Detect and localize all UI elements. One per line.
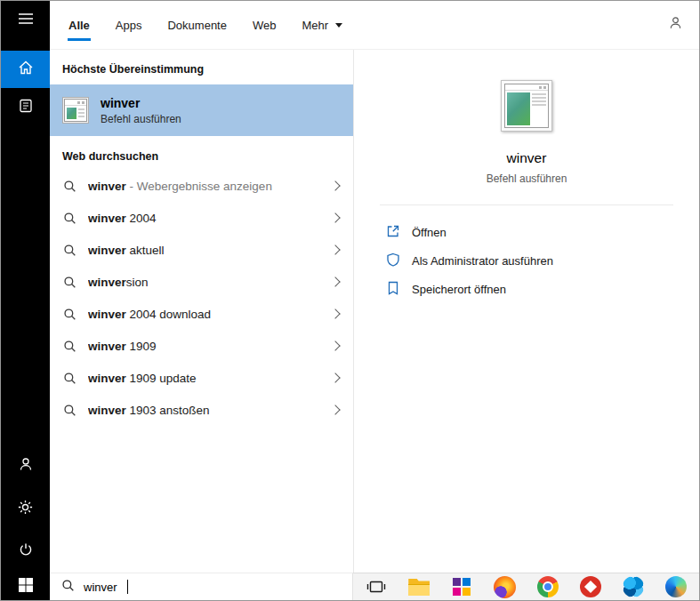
tab-web[interactable]: Web	[252, 2, 278, 49]
tab-mehr[interactable]: Mehr	[301, 2, 343, 49]
preview-title: winver	[507, 150, 547, 166]
search-suggestion[interactable]: winver 1909	[50, 330, 353, 362]
search-icon	[63, 276, 76, 289]
search-input-value: winver	[84, 581, 117, 594]
results-panel: Höchste Übereinstimmung winver Befehl au…	[50, 50, 354, 573]
suggestion-text: winver 1909	[88, 340, 332, 353]
action-label: Speicherort öffnen	[412, 283, 506, 296]
chrome-icon[interactable]	[528, 573, 567, 601]
chevron-right-icon[interactable]	[330, 244, 340, 254]
user-icon	[18, 456, 34, 476]
action-label: Öffnen	[412, 226, 447, 239]
tab-dokumente[interactable]: Dokumente	[166, 2, 227, 49]
search-suggestion[interactable]: winver 2004	[50, 202, 353, 234]
tiles-glyph	[453, 578, 471, 596]
search-suggestion[interactable]: winver aktuell	[50, 234, 353, 266]
chevron-down-icon	[335, 23, 342, 31]
search-suggestion[interactable]: winver 1909 update	[50, 362, 353, 394]
admin-shield-icon	[386, 252, 400, 269]
suggestion-text: winversion	[88, 276, 332, 289]
search-icon	[63, 244, 76, 257]
search-icon	[63, 340, 76, 353]
search-icon	[63, 180, 76, 193]
suggestion-text: winver 2004 download	[88, 308, 332, 321]
preview-subtitle: Befehl ausführen	[487, 172, 567, 185]
account-button[interactable]	[1, 445, 50, 487]
chevron-right-icon[interactable]	[330, 341, 340, 350]
preview-panel: winver Befehl ausführen Öffnen Als	[354, 50, 699, 573]
tab-label: Apps	[116, 19, 142, 32]
taskbar	[353, 573, 699, 600]
bottom-strip: winver	[50, 573, 699, 600]
search-window: Alle Apps Dokumente Web Mehr Höchste Üb	[0, 0, 700, 601]
firefox-icon[interactable]	[485, 573, 524, 601]
tab-label: Dokumente	[167, 19, 226, 32]
file-explorer-icon[interactable]	[399, 573, 439, 601]
suggestion-text: winver aktuell	[88, 244, 332, 257]
chevron-right-icon[interactable]	[330, 405, 340, 414]
edge-icon[interactable]	[656, 573, 696, 601]
chevron-right-icon[interactable]	[330, 276, 340, 286]
left-rail	[1, 1, 50, 600]
web-search-header: Web durchsuchen	[50, 136, 353, 170]
action-open[interactable]: Öffnen	[386, 218, 699, 246]
power-button[interactable]	[1, 530, 50, 573]
search-suggestion[interactable]: winver - Webergebnisse anzeigen	[50, 170, 353, 202]
notebook-button[interactable]	[1, 88, 50, 127]
tab-label: Alle	[68, 19, 90, 32]
search-filter-tabs: Alle Apps Dokumente Web Mehr	[50, 1, 699, 50]
search-icon	[63, 308, 76, 321]
best-match-header: Höchste Übereinstimmung	[50, 50, 353, 84]
menu-button[interactable]	[1, 1, 50, 40]
home-button[interactable]	[1, 51, 50, 88]
app-tiles-icon[interactable]	[442, 573, 481, 601]
power-icon	[18, 541, 34, 561]
chevron-right-icon[interactable]	[330, 309, 340, 318]
suggestion-text: winver - Webergebnisse anzeigen	[88, 180, 332, 193]
tab-label: Mehr	[302, 19, 328, 32]
search-suggestion[interactable]: winver 2004 download	[50, 298, 353, 330]
action-open-file-location[interactable]: Speicherort öffnen	[386, 275, 699, 303]
hamburger-icon	[18, 12, 34, 28]
rail-spacer	[1, 127, 50, 445]
preview-actions: Öffnen Als Administrator ausführen Speic…	[354, 205, 699, 303]
search-icon	[63, 372, 76, 385]
search-icon	[61, 579, 75, 596]
action-run-as-admin[interactable]: Als Administrator ausführen	[386, 246, 699, 275]
tab-alle[interactable]: Alle	[68, 2, 91, 49]
red-app-icon[interactable]	[571, 573, 610, 601]
best-match-title: winver	[101, 96, 181, 110]
winver-app-icon-large	[501, 80, 552, 132]
chevron-right-icon[interactable]	[330, 212, 340, 222]
search-suggestion[interactable]: winversion	[50, 266, 353, 298]
chevron-right-icon[interactable]	[330, 373, 340, 382]
search-content: Höchste Übereinstimmung winver Befehl au…	[50, 50, 699, 573]
action-label: Als Administrator ausführen	[412, 254, 553, 268]
settings-button[interactable]	[1, 487, 50, 530]
chevron-right-icon[interactable]	[330, 180, 340, 190]
suggestion-text: winver 2004	[88, 212, 332, 225]
search-suggestion[interactable]: winver 1903 anstoßen	[50, 394, 353, 426]
suggestion-text: winver 1903 anstoßen	[88, 404, 332, 417]
folder-glyph	[408, 579, 430, 596]
account-icon[interactable]	[668, 15, 683, 34]
text-caret	[127, 580, 128, 594]
search-icon	[63, 212, 76, 225]
best-match-subtitle: Befehl ausführen	[101, 113, 181, 125]
task-view-icon[interactable]	[357, 573, 396, 601]
start-button[interactable]	[1, 573, 50, 600]
gear-icon	[17, 499, 34, 519]
search-icon	[63, 404, 76, 417]
tab-apps[interactable]: Apps	[115, 2, 143, 49]
search-input[interactable]: winver	[50, 573, 353, 600]
best-match-text: winver Befehl ausführen	[101, 96, 181, 125]
notebook-icon	[18, 98, 34, 117]
tab-label: Web	[253, 19, 277, 32]
best-match-result[interactable]: winver Befehl ausführen	[50, 84, 353, 136]
home-icon	[17, 59, 35, 80]
open-icon	[386, 224, 400, 241]
blue-app-icon[interactable]	[614, 573, 653, 601]
windows-logo-icon	[19, 578, 33, 596]
search-main: Alle Apps Dokumente Web Mehr Höchste Üb	[50, 1, 699, 600]
suggestion-text: winver 1909 update	[88, 372, 332, 385]
